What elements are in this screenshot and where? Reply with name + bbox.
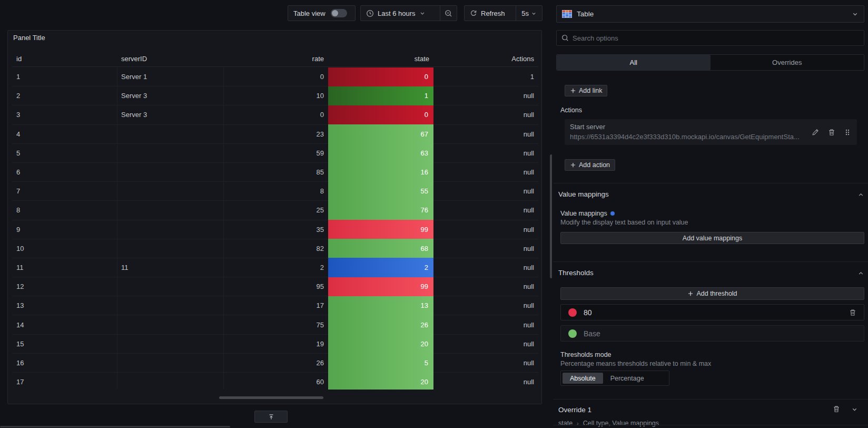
table-horizontal-scrollbar[interactable] <box>219 396 323 399</box>
zoom-out-button[interactable] <box>440 6 457 21</box>
chevron-down-icon <box>852 11 859 17</box>
chevron-up-icon[interactable] <box>857 191 864 198</box>
table-row: 5 59 63 null <box>12 144 538 163</box>
time-range-label: Last 6 hours <box>378 9 416 17</box>
cell-state: 26 <box>328 315 433 334</box>
viz-picker-label: Table <box>577 10 847 18</box>
table-row: 1 Server 1 0 0 1 <box>12 67 538 86</box>
cell-serverid <box>117 315 223 334</box>
cell-state: 2 <box>328 258 433 277</box>
column-header-id[interactable]: id <box>12 55 117 63</box>
override-field: state <box>558 420 573 427</box>
thresholds-header[interactable]: Thresholds <box>558 269 594 277</box>
trash-icon[interactable] <box>828 129 835 136</box>
tab-all[interactable]: All <box>557 55 711 70</box>
table-row: 17 60 20 null <box>12 373 538 390</box>
refresh-button[interactable]: Refresh <box>465 6 516 21</box>
table-row: 7 8 55 null <box>12 182 538 201</box>
cell-id: 9 <box>12 220 117 239</box>
time-range-picker[interactable]: Last 6 hours <box>361 6 440 21</box>
cell-actions: null <box>433 182 538 200</box>
cell-actions: null <box>433 201 538 219</box>
search-options-input[interactable]: Search options <box>556 30 864 46</box>
modified-indicator-dot <box>610 211 615 216</box>
cell-serverid <box>117 182 223 200</box>
threshold-color-swatch[interactable] <box>568 308 577 317</box>
table-row: 3 Server 3 0 0 null <box>12 105 538 124</box>
cell-rate: 10 <box>223 86 328 105</box>
cell-id: 10 <box>12 239 117 258</box>
refresh-icon <box>470 9 477 17</box>
trash-icon[interactable] <box>833 405 840 413</box>
cell-actions: null <box>433 144 538 162</box>
options-tabs: All Overrides <box>556 54 864 71</box>
column-header-state[interactable]: state <box>328 55 433 63</box>
add-value-mappings-button[interactable]: Add value mappings <box>560 232 864 244</box>
tab-overrides[interactable]: Overrides <box>711 55 864 70</box>
actions-label: Actions <box>560 106 582 114</box>
column-header-actions[interactable]: Actions <box>433 55 538 63</box>
cell-serverid: Server 3 <box>117 86 223 105</box>
add-action-button[interactable]: Add action <box>565 159 615 171</box>
cell-actions: null <box>433 335 538 353</box>
table-row: 11 11 2 2 null <box>12 258 538 277</box>
cell-serverid <box>117 163 223 181</box>
scroll-to-top-button[interactable] <box>254 411 288 423</box>
cell-rate: 59 <box>223 144 328 162</box>
cell-rate: 2 <box>223 258 328 277</box>
page-horizontal-scrollbar[interactable] <box>0 426 230 427</box>
trash-icon[interactable] <box>849 309 856 316</box>
table-row: 8 25 76 null <box>12 201 538 220</box>
refresh-label: Refresh <box>481 9 505 17</box>
cell-id: 6 <box>12 163 117 181</box>
column-header-rate[interactable]: rate <box>223 55 328 63</box>
cell-actions: null <box>433 258 538 277</box>
cell-serverid <box>117 354 223 372</box>
threshold-input[interactable]: 80 <box>560 304 864 320</box>
chevron-down-icon[interactable] <box>851 406 858 413</box>
cell-rate: 26 <box>223 354 328 372</box>
cell-id: 3 <box>12 105 117 124</box>
arrow-up-to-line-icon <box>268 413 275 421</box>
action-item-card[interactable]: Start server https://6531a3394d4c2e3f333… <box>565 119 857 145</box>
cell-actions: null <box>433 125 538 143</box>
cell-id: 17 <box>12 373 117 390</box>
thresholds-mode-description: Percentage means thresholds relative to … <box>560 360 711 367</box>
panel-title[interactable]: Panel Title <box>13 34 45 42</box>
threshold-base-color-swatch[interactable] <box>568 329 577 338</box>
drag-handle-icon[interactable] <box>844 129 851 136</box>
override-header[interactable]: Override 1 <box>558 406 591 414</box>
cell-rate: 85 <box>223 163 328 181</box>
cell-id: 4 <box>12 125 117 143</box>
cell-id: 11 <box>12 258 117 277</box>
edit-icon[interactable] <box>812 129 819 136</box>
cell-id: 14 <box>12 315 117 334</box>
table-panel: Panel Title id serverID rate state Actio… <box>7 30 542 404</box>
chevron-up-icon[interactable] <box>857 270 864 277</box>
cell-serverid: Server 3 <box>117 105 223 124</box>
table-view-switch[interactable] <box>331 9 347 17</box>
value-mappings-header[interactable]: Value mappings <box>558 190 609 198</box>
add-threshold-button[interactable]: Add threshold <box>560 287 864 300</box>
options-pane: Table Search options All Overrides Add l… <box>552 0 868 428</box>
refresh-interval: 5s <box>521 9 529 17</box>
cell-state: 55 <box>328 182 433 200</box>
column-header-serverid[interactable]: serverID <box>117 55 223 63</box>
table-view-toggle-group: Table view <box>288 5 356 21</box>
cell-actions: null <box>433 373 538 390</box>
refresh-interval-picker[interactable]: 5s <box>516 6 542 21</box>
add-link-button[interactable]: Add link <box>565 85 607 96</box>
cell-serverid <box>117 201 223 219</box>
chevron-down-icon <box>531 11 537 16</box>
plus-icon <box>570 162 576 168</box>
cell-actions: null <box>433 105 538 124</box>
visualization-picker[interactable]: Table <box>556 5 864 23</box>
cell-rate: 8 <box>223 182 328 200</box>
cell-state: 13 <box>328 296 433 315</box>
mode-absolute-option[interactable]: Absolute <box>563 373 603 384</box>
mode-percentage-option[interactable]: Percentage <box>603 373 652 384</box>
threshold-base-row[interactable]: Base <box>560 325 864 342</box>
cell-rate: 35 <box>223 220 328 239</box>
override-properties: Cell type, Value mappings <box>583 420 659 427</box>
cell-state: 67 <box>328 125 433 143</box>
